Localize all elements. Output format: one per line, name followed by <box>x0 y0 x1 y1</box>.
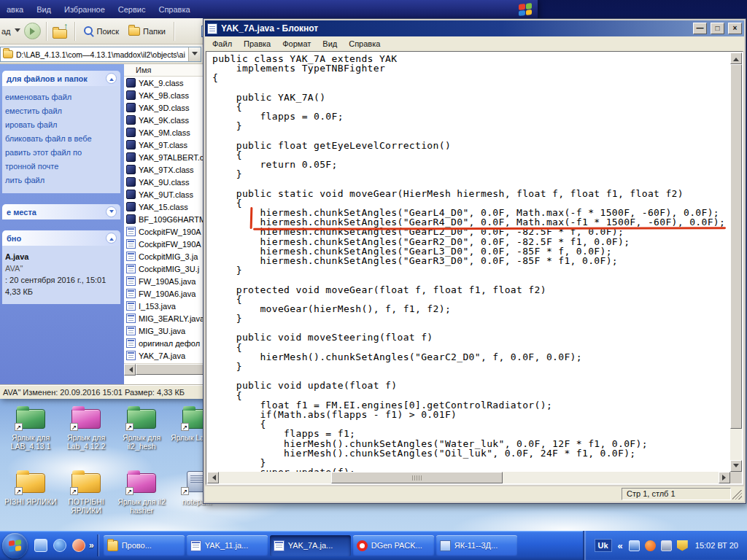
address-input[interactable]: D:\LAB_4.13.1\com—4.13.1\maddox\il2\obje… <box>0 47 201 62</box>
tray-icon[interactable] <box>661 540 672 551</box>
minimize-button[interactable]: — <box>693 23 707 34</box>
desktop-icon[interactable]: ↗ Ярлык для il2_hesh <box>114 404 169 451</box>
file-icon <box>126 190 136 199</box>
taskbar-button[interactable]: ЯК-11--3Д... <box>436 535 517 556</box>
notepad-titlebar[interactable]: YAK_7A.java - Блокнот — □ × <box>205 20 744 36</box>
folder-icon: ↗ <box>125 404 158 431</box>
file-icon <box>126 252 136 261</box>
details-header[interactable]: бно <box>2 230 120 246</box>
tray-collapse-chevron[interactable]: « <box>618 540 623 551</box>
maximize-button[interactable]: □ <box>711 23 724 34</box>
desktop-icon-label: Ярлык для LAB_4.13.1 <box>4 433 58 451</box>
desktop-icons-row: ↗ Ярлык для LAB_4.13.1 ↗ Ярлык для Lab_4… <box>3 404 225 451</box>
taskbar-divider <box>97 534 98 556</box>
tray-icon[interactable] <box>677 540 688 551</box>
folder-icon: ↗ <box>69 468 103 495</box>
hscroll-thumb[interactable] <box>331 472 503 483</box>
chevron-down-icon[interactable] <box>106 206 117 217</box>
scroll-left-button[interactable] <box>207 472 219 483</box>
taskbar-button-label: Прово... <box>122 541 152 550</box>
notepad-menu-item[interactable]: Вид <box>317 38 343 50</box>
desktop-icon[interactable]: ↗ ПОТРІБНІ ЯРЛИКИ <box>58 468 114 515</box>
desktop-icon[interactable]: ↗ Ярлык для LAB_4.13.1 <box>3 404 58 451</box>
search-button[interactable]: Поиск <box>80 24 122 38</box>
folder-icon: ↗ <box>14 468 47 495</box>
file-tasks-header[interactable]: для файлов и папок <box>2 71 120 86</box>
details-modified: : 20 сентября 2016 г., 15:01 <box>5 274 117 286</box>
text-editor[interactable]: public class YAK_7A extends YAK implemen… <box>207 52 730 472</box>
back-dropdown-icon[interactable] <box>15 28 20 35</box>
quicklaunch-more-chevron[interactable]: » <box>89 540 94 551</box>
file-name: FW_190A6.java <box>139 289 196 298</box>
scroll-down-button[interactable] <box>730 460 742 472</box>
address-folder-icon <box>3 50 13 58</box>
chevron-up-icon[interactable] <box>106 233 117 244</box>
file-name: CockpitMIG_3.ja <box>139 252 198 261</box>
system-tray: Uk « 15:02 ВТ 20 <box>583 531 747 560</box>
scroll-up-button[interactable] <box>730 52 742 64</box>
shortcut-arrow-icon: ↗ <box>15 487 23 495</box>
taskbar-button[interactable]: DGen PACK... <box>353 535 434 556</box>
vertical-scrollbar[interactable] <box>730 52 742 472</box>
file-name: YAK_9D.class <box>139 104 190 112</box>
task-link[interactable]: тронной почте <box>4 160 118 174</box>
close-button[interactable]: × <box>728 23 742 34</box>
taskbar-button-icon <box>357 540 368 551</box>
notepad-menu-item[interactable]: Правка <box>238 38 276 50</box>
file-icon <box>126 90 136 100</box>
desktop-icons-row: ↗ РІЗНІ ЯРЛИКИ ↗ ПОТРІБНІ ЯРЛИКИ ↗ Ярлык… <box>3 468 225 515</box>
code-line: } <box>212 265 730 275</box>
tray-icon[interactable] <box>645 540 656 551</box>
task-link[interactable]: равить этот файл по <box>4 146 118 160</box>
quick-launch-icon[interactable] <box>34 539 47 552</box>
language-indicator[interactable]: Uk <box>595 539 612 552</box>
explorer-menu-item[interactable]: авка <box>0 5 30 14</box>
explorer-menu-item[interactable]: Сервис <box>112 5 152 14</box>
task-link[interactable]: еименовать файл <box>4 90 118 104</box>
notepad-menu-item[interactable]: Файл <box>206 38 238 50</box>
start-button[interactable] <box>2 533 28 559</box>
explorer-menu-item[interactable]: Справка <box>152 5 196 14</box>
tray-icon[interactable] <box>629 540 640 551</box>
forward-button[interactable] <box>24 23 41 39</box>
clock[interactable]: 15:02 ВТ 20 <box>695 541 738 550</box>
folders-button[interactable]: Папки <box>125 26 169 37</box>
details-title: бно <box>7 234 21 243</box>
task-link[interactable]: ировать файл <box>4 118 118 132</box>
desktop-icon[interactable]: ↗ РІЗНІ ЯРЛИКИ <box>3 468 58 515</box>
toolbar-separator <box>174 22 174 41</box>
vscroll-thumb[interactable] <box>730 64 742 429</box>
task-link[interactable]: лить файл <box>4 174 118 187</box>
notepad-icon <box>207 23 217 34</box>
taskbar-button[interactable]: YAK_11.ja... <box>187 535 268 556</box>
task-link[interactable]: еместить файл <box>4 104 118 118</box>
back-button[interactable]: ад <box>1 27 11 36</box>
desktop-icon[interactable]: ↗ Ярлык для il2 hasher <box>114 468 169 515</box>
quick-launch-icon[interactable] <box>53 539 66 552</box>
search-icon <box>83 26 94 36</box>
code-line: { <box>212 295 730 304</box>
chevron-up-icon[interactable] <box>106 73 117 84</box>
scroll-right-button[interactable] <box>719 472 730 483</box>
taskbar-button[interactable]: YAK_7A.ja... <box>270 535 351 556</box>
file-name: BF_109G6HARTM <box>139 215 206 224</box>
desktop-icon-label: ПОТРІБНІ ЯРЛИКИ <box>59 497 113 515</box>
scroll-left-button[interactable] <box>124 364 136 376</box>
explorer-menu-item[interactable]: Избранное <box>58 5 112 14</box>
file-name: MIG_3EARLY.java <box>139 314 204 323</box>
horizontal-scrollbar[interactable] <box>207 472 730 483</box>
resize-grip[interactable] <box>732 490 742 499</box>
notepad-menu-item[interactable]: Формат <box>276 38 317 50</box>
taskbar-button[interactable]: Прово... <box>104 535 185 556</box>
taskbar-button-label: DGen PACK... <box>371 541 422 550</box>
other-places-header[interactable]: е места <box>2 204 120 219</box>
up-button[interactable]: ↑ <box>52 23 69 39</box>
address-dropdown-button[interactable] <box>188 47 201 61</box>
quick-launch-icon[interactable] <box>72 539 85 552</box>
task-link[interactable]: бликовать файл в вебе <box>4 132 118 146</box>
tray-icons <box>629 540 688 551</box>
file-name: CockpitFW_190A <box>139 240 201 249</box>
notepad-menu-item[interactable]: Справка <box>343 38 386 50</box>
desktop-icon[interactable]: ↗ Ярлык для Lab_4.12.2 <box>58 404 114 451</box>
explorer-menu-item[interactable]: Вид <box>30 5 58 14</box>
